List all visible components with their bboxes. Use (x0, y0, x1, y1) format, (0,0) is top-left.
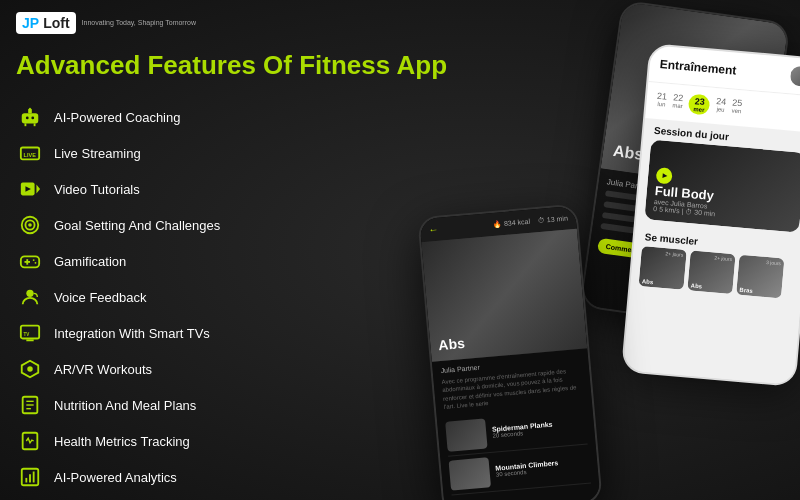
pf-desc: Avec ce programme d'entraînement rapide … (441, 366, 583, 412)
svg-text:TV: TV (24, 332, 31, 337)
svg-point-24 (27, 366, 33, 372)
phone-front-screen: ← 🔥 834 kcal ⏱ 13 min Abs Julia Partner … (419, 206, 600, 500)
feature-ai-coaching-label: AI-Powered Coaching (54, 110, 180, 125)
pr-date-21: 21lun (656, 91, 668, 112)
feature-health-metrics-label: Health Metrics Tracking (54, 434, 190, 449)
feature-nutrition-label: Nutrition And Meal Plans (54, 398, 196, 413)
pf-hero: Abs (421, 229, 587, 362)
pf-exercise-1-thumb (445, 418, 487, 451)
pf-exercise-2-thumb (449, 457, 491, 490)
svg-point-20 (26, 290, 33, 297)
pr-title: Entraînement (659, 57, 737, 78)
pr-date-23: 23mer (688, 94, 711, 116)
feature-ar-vr: AR/VR Workouts (16, 352, 220, 386)
pr-date-24: 24jeu (715, 96, 727, 117)
pf-stat-1: 🔥 834 kcal (493, 217, 531, 228)
pr-thumb-2: Abs 2+ jours (687, 250, 735, 294)
logo-loft: Loft (43, 15, 69, 31)
health-icon (16, 427, 44, 455)
feature-video-tutorials: Video Tutorials (16, 172, 220, 206)
phone-right: Entraînement 21lun 22mar 23mer 24jeu 25v… (621, 43, 800, 387)
phone-right-screen: Entraînement 21lun 22mar 23mer 24jeu 25v… (623, 45, 800, 385)
analytics-icon (16, 463, 44, 491)
feature-ai-analytics: AI-Powered Analytics (16, 460, 220, 494)
ar-icon (16, 355, 44, 383)
svg-point-4 (29, 108, 31, 110)
pf-hero-title: Abs (438, 335, 466, 353)
feature-nutrition: Nutrition And Meal Plans (16, 388, 220, 422)
target-icon (16, 211, 44, 239)
feature-gamification: Gamification (16, 244, 220, 278)
pr-card-fullbody: Full Body avec Julia Barros 0 5 km/s | ⏱… (644, 140, 800, 233)
svg-text:LIVE: LIVE (24, 152, 37, 158)
svg-rect-32 (29, 474, 31, 482)
svg-point-19 (35, 262, 37, 264)
feature-ai-analytics-label: AI-Powered Analytics (54, 470, 177, 485)
pr-thumb-1-label: Abs (642, 278, 654, 285)
pf-content: Julia Partner Avec ce programme d'entraî… (432, 348, 600, 500)
header: JP Loft Innovating Today, Shaping Tomorr… (16, 12, 196, 34)
svg-marker-10 (36, 184, 40, 193)
pr-thumb-3-label: Bras (739, 287, 753, 294)
pr-card-overlay: Full Body avec Julia Barros 0 5 km/s | ⏱… (644, 140, 800, 233)
feature-goal-setting-label: Goal Setting And Challenges (54, 218, 220, 233)
pr-date-25: 25ven (731, 97, 743, 118)
logo-tagline-area: Innovating Today, Shaping Tomorrow (82, 21, 196, 26)
logo-tagline: Innovating Today, Shaping Tomorrow (82, 19, 196, 26)
feature-smart-tv: TV Integration With Smart TVs (16, 316, 220, 350)
svg-point-2 (31, 117, 34, 120)
pr-date-22: 22mar (672, 92, 684, 113)
feature-voice-feedback-label: Voice Feedback (54, 290, 147, 305)
pr-thumb-3-days: 3 jours (766, 259, 781, 266)
pr-thumb-2-label: Abs (690, 283, 702, 290)
svg-point-18 (33, 259, 35, 261)
pr-thumb-3: Bras 3 jours (736, 255, 784, 299)
svg-rect-31 (25, 478, 27, 483)
pf-back-btn: ← (428, 224, 439, 236)
pf-stat-2: ⏱ 13 min (538, 214, 569, 225)
logo-jp: JP (22, 15, 39, 31)
svg-point-1 (26, 117, 29, 120)
pf-stats: 🔥 834 kcal ⏱ 13 min (493, 214, 568, 229)
svg-rect-0 (22, 113, 39, 123)
feature-live-streaming-label: Live Streaming (54, 146, 141, 161)
feature-gamification-label: Gamification (54, 254, 126, 269)
feature-goal-setting: Goal Setting And Challenges (16, 208, 220, 242)
voice-icon (16, 283, 44, 311)
logo: JP Loft (16, 12, 76, 34)
pf-exercise-1-info: Spiderman Planks 20 seconds (492, 418, 587, 439)
phones-area: Abs Julia Partner Commencer l'entraîneme… (380, 0, 800, 500)
live-icon: LIVE (16, 139, 44, 167)
feature-ar-vr-label: AR/VR Workouts (54, 362, 152, 377)
svg-rect-33 (33, 472, 35, 483)
nutrition-icon (16, 391, 44, 419)
feature-smart-tv-label: Integration With Smart TVs (54, 326, 210, 341)
robot-icon (16, 103, 44, 131)
feature-voice-feedback: Voice Feedback (16, 280, 220, 314)
feature-list: AI-Powered Coaching LIVE Live Streaming … (16, 100, 220, 494)
svg-point-14 (28, 223, 32, 227)
game-icon (16, 247, 44, 275)
tv-icon: TV (16, 319, 44, 347)
video-icon (16, 175, 44, 203)
feature-ai-coaching: AI-Powered Coaching (16, 100, 220, 134)
svg-marker-34 (662, 173, 667, 178)
feature-live-streaming: LIVE Live Streaming (16, 136, 220, 170)
pf-exercise-2-info: Mountain Climbers 30 seconds (495, 457, 590, 478)
phone-front: ← 🔥 834 kcal ⏱ 13 min Abs Julia Partner … (417, 204, 603, 500)
feature-video-tutorials-label: Video Tutorials (54, 182, 140, 197)
feature-health-metrics: Health Metrics Tracking (16, 424, 220, 458)
pr-thumb-1: Abs 2+ jours (638, 246, 686, 290)
